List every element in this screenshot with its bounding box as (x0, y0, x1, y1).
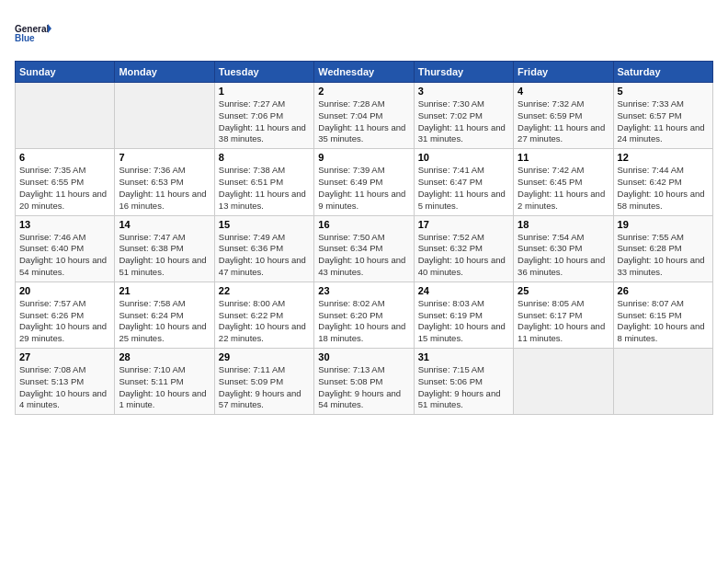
day-cell: 27Sunrise: 7:08 AM Sunset: 5:13 PM Dayli… (16, 349, 115, 415)
day-number: 26 (618, 285, 709, 296)
day-number: 30 (318, 351, 409, 362)
day-cell (16, 83, 115, 149)
day-info: Sunrise: 7:38 AM Sunset: 6:51 PM Dayligh… (219, 165, 310, 212)
day-number: 2 (318, 86, 409, 97)
day-number: 15 (219, 219, 310, 230)
day-info: Sunrise: 7:42 AM Sunset: 6:45 PM Dayligh… (518, 165, 609, 212)
day-number: 13 (19, 219, 110, 230)
svg-text:General: General (15, 24, 49, 34)
day-info: Sunrise: 8:05 AM Sunset: 6:17 PM Dayligh… (518, 298, 609, 345)
week-row-4: 27Sunrise: 7:08 AM Sunset: 5:13 PM Dayli… (16, 349, 713, 415)
day-info: Sunrise: 7:55 AM Sunset: 6:28 PM Dayligh… (618, 232, 709, 279)
day-info: Sunrise: 7:27 AM Sunset: 7:06 PM Dayligh… (219, 98, 310, 145)
day-cell: 5Sunrise: 7:33 AM Sunset: 6:57 PM Daylig… (613, 83, 712, 149)
day-cell (514, 349, 613, 415)
day-cell: 30Sunrise: 7:13 AM Sunset: 5:08 PM Dayli… (314, 349, 414, 415)
day-number: 4 (518, 86, 609, 97)
day-number: 22 (219, 285, 310, 296)
day-number: 8 (219, 152, 310, 163)
calendar: SundayMondayTuesdayWednesdayThursdayFrid… (15, 61, 713, 415)
day-info: Sunrise: 8:03 AM Sunset: 6:19 PM Dayligh… (418, 298, 509, 345)
day-info: Sunrise: 7:33 AM Sunset: 6:57 PM Dayligh… (618, 98, 709, 145)
day-cell: 8Sunrise: 7:38 AM Sunset: 6:51 PM Daylig… (214, 149, 313, 215)
calendar-header: SundayMondayTuesdayWednesdayThursdayFrid… (16, 62, 713, 83)
day-number: 28 (119, 351, 210, 362)
day-info: Sunrise: 7:30 AM Sunset: 7:02 PM Dayligh… (418, 98, 509, 145)
day-cell: 7Sunrise: 7:36 AM Sunset: 6:53 PM Daylig… (115, 149, 214, 215)
day-info: Sunrise: 8:00 AM Sunset: 6:22 PM Dayligh… (219, 298, 310, 345)
day-number: 23 (318, 285, 409, 296)
day-number: 3 (418, 86, 509, 97)
day-cell: 2Sunrise: 7:28 AM Sunset: 7:04 PM Daylig… (314, 83, 414, 149)
day-info: Sunrise: 7:13 AM Sunset: 5:08 PM Dayligh… (318, 364, 409, 411)
day-cell: 20Sunrise: 7:57 AM Sunset: 6:26 PM Dayli… (16, 282, 115, 348)
day-info: Sunrise: 7:32 AM Sunset: 6:59 PM Dayligh… (518, 98, 609, 145)
day-info: Sunrise: 7:58 AM Sunset: 6:24 PM Dayligh… (119, 298, 210, 345)
weekday-header-wednesday: Wednesday (314, 62, 414, 83)
day-info: Sunrise: 7:54 AM Sunset: 6:30 PM Dayligh… (518, 232, 609, 279)
svg-text:Blue: Blue (15, 33, 35, 43)
day-number: 29 (219, 351, 310, 362)
day-cell: 31Sunrise: 7:15 AM Sunset: 5:06 PM Dayli… (414, 349, 513, 415)
day-number: 27 (19, 351, 110, 362)
week-row-1: 6Sunrise: 7:35 AM Sunset: 6:55 PM Daylig… (16, 149, 713, 215)
day-info: Sunrise: 7:10 AM Sunset: 5:11 PM Dayligh… (119, 364, 210, 411)
day-number: 9 (318, 152, 409, 163)
day-cell (613, 349, 712, 415)
day-cell: 10Sunrise: 7:41 AM Sunset: 6:47 PM Dayli… (414, 149, 513, 215)
day-info: Sunrise: 7:46 AM Sunset: 6:40 PM Dayligh… (19, 232, 110, 279)
day-number: 16 (318, 219, 409, 230)
day-info: Sunrise: 7:39 AM Sunset: 6:49 PM Dayligh… (318, 165, 409, 212)
day-info: Sunrise: 7:49 AM Sunset: 6:36 PM Dayligh… (219, 232, 310, 279)
day-info: Sunrise: 7:35 AM Sunset: 6:55 PM Dayligh… (19, 165, 110, 212)
day-number: 24 (418, 285, 509, 296)
svg-marker-2 (48, 24, 51, 33)
day-number: 10 (418, 152, 509, 163)
day-info: Sunrise: 7:41 AM Sunset: 6:47 PM Dayligh… (418, 165, 509, 212)
day-cell: 3Sunrise: 7:30 AM Sunset: 7:02 PM Daylig… (414, 83, 513, 149)
logo-icon: General Blue (15, 15, 51, 52)
day-cell: 29Sunrise: 7:11 AM Sunset: 5:09 PM Dayli… (214, 349, 313, 415)
day-cell: 14Sunrise: 7:47 AM Sunset: 6:38 PM Dayli… (115, 215, 214, 282)
day-info: Sunrise: 8:07 AM Sunset: 6:15 PM Dayligh… (618, 298, 709, 345)
day-cell (115, 83, 214, 149)
day-cell: 12Sunrise: 7:44 AM Sunset: 6:42 PM Dayli… (613, 149, 712, 215)
day-cell: 24Sunrise: 8:03 AM Sunset: 6:19 PM Dayli… (414, 282, 513, 348)
day-cell: 1Sunrise: 7:27 AM Sunset: 7:06 PM Daylig… (214, 83, 313, 149)
day-info: Sunrise: 7:08 AM Sunset: 5:13 PM Dayligh… (19, 364, 110, 411)
day-number: 18 (518, 219, 609, 230)
day-number: 1 (219, 86, 310, 97)
day-number: 11 (518, 152, 609, 163)
weekday-header-friday: Friday (514, 62, 613, 83)
day-cell: 9Sunrise: 7:39 AM Sunset: 6:49 PM Daylig… (314, 149, 414, 215)
day-number: 25 (518, 285, 609, 296)
day-cell: 13Sunrise: 7:46 AM Sunset: 6:40 PM Dayli… (16, 215, 115, 282)
day-cell: 22Sunrise: 8:00 AM Sunset: 6:22 PM Dayli… (214, 282, 313, 348)
day-number: 19 (618, 219, 709, 230)
day-info: Sunrise: 7:57 AM Sunset: 6:26 PM Dayligh… (19, 298, 110, 345)
day-info: Sunrise: 7:52 AM Sunset: 6:32 PM Dayligh… (418, 232, 509, 279)
day-cell: 17Sunrise: 7:52 AM Sunset: 6:32 PM Dayli… (414, 215, 513, 282)
page: General Blue SundayMondayTuesdayWednesda… (0, 0, 728, 563)
day-cell: 11Sunrise: 7:42 AM Sunset: 6:45 PM Dayli… (514, 149, 613, 215)
calendar-body: 1Sunrise: 7:27 AM Sunset: 7:06 PM Daylig… (16, 83, 713, 415)
day-cell: 23Sunrise: 8:02 AM Sunset: 6:20 PM Dayli… (314, 282, 414, 348)
day-cell: 6Sunrise: 7:35 AM Sunset: 6:55 PM Daylig… (16, 149, 115, 215)
day-cell: 15Sunrise: 7:49 AM Sunset: 6:36 PM Dayli… (214, 215, 313, 282)
day-cell: 21Sunrise: 7:58 AM Sunset: 6:24 PM Dayli… (115, 282, 214, 348)
weekday-header-saturday: Saturday (613, 62, 712, 83)
day-cell: 18Sunrise: 7:54 AM Sunset: 6:30 PM Dayli… (514, 215, 613, 282)
day-info: Sunrise: 7:11 AM Sunset: 5:09 PM Dayligh… (219, 364, 310, 411)
day-info: Sunrise: 7:50 AM Sunset: 6:34 PM Dayligh… (318, 232, 409, 279)
week-row-2: 13Sunrise: 7:46 AM Sunset: 6:40 PM Dayli… (16, 215, 713, 282)
day-number: 20 (19, 285, 110, 296)
day-cell: 28Sunrise: 7:10 AM Sunset: 5:11 PM Dayli… (115, 349, 214, 415)
day-info: Sunrise: 7:44 AM Sunset: 6:42 PM Dayligh… (618, 165, 709, 212)
week-row-3: 20Sunrise: 7:57 AM Sunset: 6:26 PM Dayli… (16, 282, 713, 348)
day-info: Sunrise: 7:36 AM Sunset: 6:53 PM Dayligh… (119, 165, 210, 212)
day-info: Sunrise: 8:02 AM Sunset: 6:20 PM Dayligh… (318, 298, 409, 345)
week-row-0: 1Sunrise: 7:27 AM Sunset: 7:06 PM Daylig… (16, 83, 713, 149)
day-info: Sunrise: 7:28 AM Sunset: 7:04 PM Dayligh… (318, 98, 409, 145)
day-cell: 16Sunrise: 7:50 AM Sunset: 6:34 PM Dayli… (314, 215, 414, 282)
weekday-header-monday: Monday (115, 62, 214, 83)
